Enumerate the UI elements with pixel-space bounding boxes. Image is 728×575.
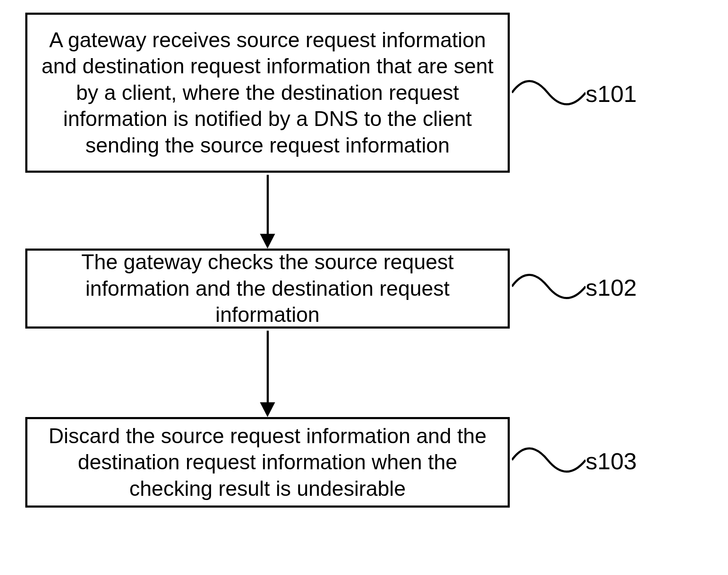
arrow-line-icon bbox=[267, 331, 269, 404]
connector-1 bbox=[512, 74, 586, 112]
step-3-label: s103 bbox=[586, 447, 637, 475]
connector-3 bbox=[512, 441, 586, 479]
step-2-text: The gateway checks the source request in… bbox=[36, 249, 499, 328]
arrow-line-icon bbox=[267, 175, 269, 236]
step-3-text: Discard the source request information a… bbox=[36, 423, 499, 502]
step-2-label: s102 bbox=[586, 274, 637, 301]
flowchart-container: A gateway receives source request inform… bbox=[0, 0, 728, 575]
flowchart-step-2: The gateway checks the source request in… bbox=[25, 249, 510, 329]
wave-icon bbox=[512, 267, 586, 305]
flowchart-step-3: Discard the source request information a… bbox=[25, 417, 510, 508]
flowchart-step-1: A gateway receives source request inform… bbox=[25, 13, 510, 173]
step-1-text: A gateway receives source request inform… bbox=[36, 27, 499, 159]
wave-icon bbox=[512, 441, 586, 479]
step-1-label: s101 bbox=[586, 80, 637, 107]
arrow-head-icon bbox=[260, 234, 275, 249]
connector-2 bbox=[512, 267, 586, 305]
arrow-head-icon bbox=[260, 402, 275, 417]
wave-icon bbox=[512, 74, 586, 112]
